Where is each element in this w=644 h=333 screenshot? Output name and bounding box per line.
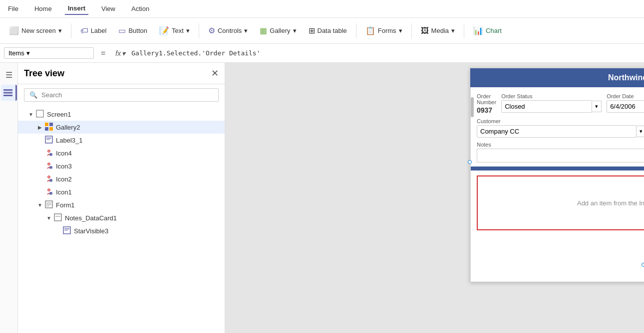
new-screen-button[interactable]: ⬜ New screen ▾ bbox=[4, 23, 67, 38]
toolbar-divider-1 bbox=[71, 23, 71, 38]
chart-button[interactable]: 📊 Chart bbox=[468, 23, 507, 38]
hamburger-icon[interactable]: ☰ bbox=[1, 67, 17, 83]
customer-label: Customer bbox=[477, 118, 644, 124]
gallery-icon: ▦ bbox=[260, 26, 267, 35]
tree-item-icon3[interactable]: + Icon3 bbox=[18, 160, 225, 172]
tree-item-screen1[interactable]: ▼ Screen1 bbox=[18, 108, 225, 121]
svg-rect-6 bbox=[45, 127, 48, 131]
formula-dropdown-arrow: ▾ bbox=[26, 49, 30, 57]
forms-dropdown-icon: ▾ bbox=[399, 27, 402, 34]
notes-label: Notes bbox=[477, 142, 644, 148]
toolbar-divider-4 bbox=[411, 23, 412, 38]
media-button[interactable]: 🖼 Media ▾ bbox=[416, 23, 460, 38]
order-status-input[interactable] bbox=[501, 100, 592, 113]
resize-handle-left[interactable] bbox=[468, 160, 472, 164]
gallery-button[interactable]: ▦ Gallery ▾ bbox=[255, 23, 301, 38]
menu-home[interactable]: Home bbox=[31, 3, 55, 14]
svg-rect-0 bbox=[3, 89, 12, 91]
tree-label-icon3: Icon3 bbox=[56, 163, 72, 170]
formula-equals: = bbox=[97, 49, 109, 58]
chart-icon: 📊 bbox=[473, 26, 483, 35]
expand-notes-datacard1[interactable]: ▼ bbox=[45, 215, 53, 221]
order-number-value: 0937 bbox=[477, 106, 496, 114]
gallery-dropdown-icon: ▾ bbox=[293, 27, 297, 34]
fx-expand-icon: ▾ bbox=[122, 49, 125, 57]
svg-point-11 bbox=[48, 150, 50, 152]
tree-item-starvisible3[interactable]: StarVisible3 bbox=[18, 224, 225, 237]
main-area: ☰ Tree view ✕ 🔍 ▼ Screen1 bbox=[0, 63, 644, 333]
forms-icon: 📋 bbox=[365, 26, 375, 35]
app-header: Northwind Orders 🗑 + ✕ ✓ bbox=[470, 68, 644, 87]
menu-file[interactable]: File bbox=[5, 3, 21, 14]
order-status-dropdown-icon[interactable]: ▾ bbox=[592, 101, 602, 112]
controls-icon: ⚙ bbox=[208, 26, 215, 35]
order-date-label: Order Date bbox=[607, 93, 644, 99]
menu-bar: File Home Insert View Action bbox=[0, 0, 644, 18]
add-item-area: Add an item from the Insert tab or conne… bbox=[477, 175, 644, 230]
layers-icon[interactable] bbox=[1, 85, 17, 101]
svg-point-20 bbox=[48, 189, 50, 191]
notes-input[interactable] bbox=[477, 149, 644, 163]
tree-label-icon4: Icon4 bbox=[56, 150, 72, 157]
data-table-button[interactable]: ⊞ Data table bbox=[304, 23, 352, 38]
tree-label-label3-1: Label3_1 bbox=[56, 137, 83, 144]
media-icon: 🖼 bbox=[421, 26, 429, 35]
search-input[interactable] bbox=[41, 91, 213, 99]
text-button[interactable]: 📝 Text ▾ bbox=[154, 23, 195, 38]
tree-view: ▼ Screen1 ▶ Gal bbox=[18, 106, 225, 333]
side-icons-bar: ☰ bbox=[0, 63, 18, 333]
order-date-field: Order Date 📅 bbox=[607, 93, 644, 114]
fx-button[interactable]: fx ▾ bbox=[112, 48, 128, 58]
add-item-text: Add an item from the Insert tab or conne… bbox=[577, 199, 644, 207]
app-window: Northwind Orders 🗑 + ✕ ✓ Order 093 bbox=[470, 68, 644, 282]
forms-button[interactable]: 📋 Forms ▾ bbox=[360, 23, 407, 38]
tree-label-notes-datacard1: Notes_DataCard1 bbox=[65, 214, 117, 222]
button-icon: ▭ bbox=[118, 26, 126, 35]
sidebar-search-box[interactable]: 🔍 bbox=[24, 88, 219, 102]
tree-item-gallery2[interactable]: ▶ Gallery2 bbox=[18, 121, 225, 134]
order-status-label: Order Status bbox=[501, 93, 602, 99]
toolbar-divider-2 bbox=[199, 23, 199, 38]
customer-input[interactable] bbox=[477, 125, 637, 138]
fx-label: fx bbox=[115, 49, 121, 57]
sidebar-close-button[interactable]: ✕ bbox=[211, 68, 219, 79]
tree-item-label3-1[interactable]: Label3_1 bbox=[18, 134, 225, 147]
order-number-field: Order Number 0937 bbox=[477, 93, 496, 114]
expand-form1[interactable]: ▼ bbox=[36, 202, 44, 208]
form-panel: Order Number 0937 Order Status ▾ Order D… bbox=[471, 87, 644, 282]
button-button[interactable]: ▭ Button bbox=[113, 23, 152, 38]
order-date-input[interactable] bbox=[607, 100, 644, 113]
search-icon: 🔍 bbox=[29, 91, 37, 99]
controls-button[interactable]: ⚙ Controls ▾ bbox=[203, 23, 253, 38]
tree-item-icon1[interactable]: + Icon1 bbox=[18, 185, 225, 198]
expand-screen1[interactable]: ▼ bbox=[27, 112, 35, 117]
svg-point-17 bbox=[48, 176, 50, 178]
tree-label-gallery2: Gallery2 bbox=[56, 124, 80, 131]
tree-label-icon1: Icon1 bbox=[56, 188, 72, 196]
svg-text:+: + bbox=[50, 166, 52, 169]
scrollbar-thumb[interactable] bbox=[471, 97, 474, 117]
svg-text:+: + bbox=[50, 153, 52, 156]
expand-gallery2[interactable]: ▶ bbox=[36, 125, 44, 130]
form-row-1: Order Number 0937 Order Status ▾ Order D… bbox=[477, 93, 644, 114]
tree-item-form1[interactable]: ▼ Form1 bbox=[18, 198, 225, 211]
menu-view[interactable]: View bbox=[98, 3, 118, 14]
svg-text:+: + bbox=[50, 192, 52, 195]
sidebar: Tree view ✕ 🔍 ▼ Screen1 ▶ bbox=[18, 63, 225, 333]
toolbar: ⬜ New screen ▾ 🏷 Label ▭ Button 📝 Text ▾… bbox=[0, 18, 644, 44]
customer-dropdown-icon[interactable]: ▾ bbox=[637, 126, 644, 137]
tree-item-icon4[interactable]: + Icon4 bbox=[18, 147, 225, 160]
formula-dropdown[interactable]: Items ▾ bbox=[4, 47, 94, 59]
svg-rect-4 bbox=[45, 123, 48, 126]
sidebar-title: Tree view bbox=[24, 68, 211, 79]
label-button[interactable]: 🏷 Label bbox=[75, 23, 112, 38]
canvas-area: Northwind Orders 🗑 + ✕ ✓ Order 093 bbox=[225, 63, 644, 333]
toolbar-divider-5 bbox=[464, 23, 464, 38]
order-number-label: Order Number bbox=[477, 93, 496, 105]
menu-action[interactable]: Action bbox=[128, 3, 152, 14]
tree-item-icon2[interactable]: + Icon2 bbox=[18, 172, 225, 185]
controls-dropdown-icon: ▾ bbox=[244, 27, 248, 34]
resize-handle-bottom-mid[interactable] bbox=[642, 263, 644, 267]
menu-insert[interactable]: Insert bbox=[65, 2, 88, 15]
tree-item-notes-datacard1[interactable]: ▼ Notes_DataCard1 bbox=[18, 211, 225, 224]
